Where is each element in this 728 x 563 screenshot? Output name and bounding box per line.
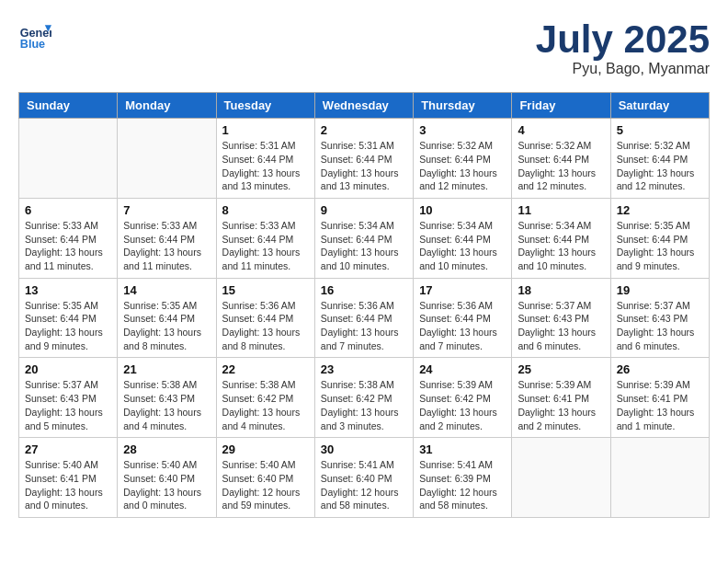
day-info: Sunrise: 5:33 AM Sunset: 6:44 PM Dayligh… [25,219,111,273]
day-info: Sunrise: 5:39 AM Sunset: 6:42 PM Dayligh… [419,378,506,432]
day-number: 23 [321,362,407,376]
calendar-cell [512,438,610,518]
calendar-week-2: 6Sunrise: 5:33 AM Sunset: 6:44 PM Daylig… [19,198,710,278]
title-block: July 2025 Pyu, Bago, Myanmar [536,18,710,77]
calendar-cell: 4Sunrise: 5:32 AM Sunset: 6:44 PM Daylig… [512,119,610,199]
weekday-header-saturday: Saturday [610,93,709,119]
calendar-cell: 15Sunrise: 5:36 AM Sunset: 6:44 PM Dayli… [216,278,314,358]
calendar-cell: 29Sunrise: 5:40 AM Sunset: 6:40 PM Dayli… [216,438,314,518]
calendar-cell: 25Sunrise: 5:39 AM Sunset: 6:41 PM Dayli… [512,358,610,438]
calendar-week-5: 27Sunrise: 5:40 AM Sunset: 6:41 PM Dayli… [19,438,710,518]
month-title: July 2025 [536,18,710,61]
day-info: Sunrise: 5:35 AM Sunset: 6:44 PM Dayligh… [617,219,703,273]
day-number: 14 [123,283,210,297]
day-info: Sunrise: 5:39 AM Sunset: 6:41 PM Dayligh… [518,378,604,432]
day-number: 26 [617,362,703,376]
day-info: Sunrise: 5:37 AM Sunset: 6:43 PM Dayligh… [518,299,604,353]
day-info: Sunrise: 5:36 AM Sunset: 6:44 PM Dayligh… [321,299,407,353]
day-number: 13 [25,283,111,297]
calendar-cell: 16Sunrise: 5:36 AM Sunset: 6:44 PM Dayli… [314,278,413,358]
day-number: 17 [419,283,506,297]
calendar-cell: 13Sunrise: 5:35 AM Sunset: 6:44 PM Dayli… [19,278,118,358]
day-info: Sunrise: 5:34 AM Sunset: 6:44 PM Dayligh… [518,219,604,273]
day-info: Sunrise: 5:40 AM Sunset: 6:40 PM Dayligh… [123,458,210,512]
day-number: 6 [25,203,111,217]
day-info: Sunrise: 5:40 AM Sunset: 6:41 PM Dayligh… [25,458,111,512]
calendar-cell: 1Sunrise: 5:31 AM Sunset: 6:44 PM Daylig… [216,119,314,199]
day-number: 8 [222,203,309,217]
logo: General Blue [18,18,51,52]
calendar-week-4: 20Sunrise: 5:37 AM Sunset: 6:43 PM Dayli… [19,358,710,438]
weekday-header-friday: Friday [512,93,610,119]
calendar-cell: 9Sunrise: 5:34 AM Sunset: 6:44 PM Daylig… [314,198,413,278]
calendar-cell: 17Sunrise: 5:36 AM Sunset: 6:44 PM Dayli… [414,278,512,358]
weekday-header-sunday: Sunday [19,93,118,119]
calendar-cell: 21Sunrise: 5:38 AM Sunset: 6:43 PM Dayli… [118,358,216,438]
day-number: 27 [25,442,111,456]
day-number: 10 [419,203,506,217]
calendar-week-1: 1Sunrise: 5:31 AM Sunset: 6:44 PM Daylig… [19,119,710,199]
day-info: Sunrise: 5:38 AM Sunset: 6:42 PM Dayligh… [222,378,309,432]
location-subtitle: Pyu, Bago, Myanmar [536,61,710,77]
calendar-cell: 2Sunrise: 5:31 AM Sunset: 6:44 PM Daylig… [314,119,413,199]
weekday-header-monday: Monday [118,93,216,119]
day-info: Sunrise: 5:37 AM Sunset: 6:43 PM Dayligh… [617,299,703,353]
day-number: 30 [321,442,407,456]
calendar-cell [610,438,709,518]
day-info: Sunrise: 5:41 AM Sunset: 6:40 PM Dayligh… [321,458,407,512]
calendar-cell: 26Sunrise: 5:39 AM Sunset: 6:41 PM Dayli… [610,358,709,438]
day-info: Sunrise: 5:33 AM Sunset: 6:44 PM Dayligh… [123,219,210,273]
day-number: 28 [123,442,210,456]
calendar-cell: 12Sunrise: 5:35 AM Sunset: 6:44 PM Dayli… [610,198,709,278]
day-number: 29 [222,442,309,456]
day-info: Sunrise: 5:34 AM Sunset: 6:44 PM Dayligh… [419,219,506,273]
day-info: Sunrise: 5:40 AM Sunset: 6:40 PM Dayligh… [222,458,309,512]
day-number: 18 [518,283,604,297]
weekday-header-row: SundayMondayTuesdayWednesdayThursdayFrid… [19,93,710,119]
day-info: Sunrise: 5:34 AM Sunset: 6:44 PM Dayligh… [321,219,407,273]
day-info: Sunrise: 5:33 AM Sunset: 6:44 PM Dayligh… [222,219,309,273]
svg-text:Blue: Blue [20,38,45,51]
calendar-cell: 18Sunrise: 5:37 AM Sunset: 6:43 PM Dayli… [512,278,610,358]
calendar-cell [19,119,118,199]
calendar-cell: 14Sunrise: 5:35 AM Sunset: 6:44 PM Dayli… [118,278,216,358]
logo-icon: General Blue [18,18,51,52]
day-number: 5 [617,123,703,137]
day-info: Sunrise: 5:36 AM Sunset: 6:44 PM Dayligh… [222,299,309,353]
day-info: Sunrise: 5:31 AM Sunset: 6:44 PM Dayligh… [222,139,309,193]
calendar-cell: 10Sunrise: 5:34 AM Sunset: 6:44 PM Dayli… [414,198,512,278]
day-number: 15 [222,283,309,297]
day-number: 7 [123,203,210,217]
day-info: Sunrise: 5:32 AM Sunset: 6:44 PM Dayligh… [419,139,506,193]
weekday-header-wednesday: Wednesday [314,93,413,119]
calendar-cell: 20Sunrise: 5:37 AM Sunset: 6:43 PM Dayli… [19,358,118,438]
day-info: Sunrise: 5:36 AM Sunset: 6:44 PM Dayligh… [419,299,506,353]
day-number: 2 [321,123,407,137]
day-number: 3 [419,123,506,137]
calendar-cell [118,119,216,199]
day-info: Sunrise: 5:38 AM Sunset: 6:42 PM Dayligh… [321,378,407,432]
calendar-cell: 3Sunrise: 5:32 AM Sunset: 6:44 PM Daylig… [414,119,512,199]
day-number: 31 [419,442,506,456]
calendar-week-3: 13Sunrise: 5:35 AM Sunset: 6:44 PM Dayli… [19,278,710,358]
calendar-table: SundayMondayTuesdayWednesdayThursdayFrid… [18,92,710,518]
day-info: Sunrise: 5:31 AM Sunset: 6:44 PM Dayligh… [321,139,407,193]
day-number: 20 [25,362,111,376]
weekday-header-thursday: Thursday [414,93,512,119]
day-number: 1 [222,123,309,137]
day-number: 25 [518,362,604,376]
calendar-cell: 27Sunrise: 5:40 AM Sunset: 6:41 PM Dayli… [19,438,118,518]
day-number: 19 [617,283,703,297]
day-number: 11 [518,203,604,217]
calendar-cell: 31Sunrise: 5:41 AM Sunset: 6:39 PM Dayli… [414,438,512,518]
calendar-cell: 28Sunrise: 5:40 AM Sunset: 6:40 PM Dayli… [118,438,216,518]
calendar-cell: 5Sunrise: 5:32 AM Sunset: 6:44 PM Daylig… [610,119,709,199]
day-number: 22 [222,362,309,376]
day-info: Sunrise: 5:35 AM Sunset: 6:44 PM Dayligh… [25,299,111,353]
calendar-cell: 23Sunrise: 5:38 AM Sunset: 6:42 PM Dayli… [314,358,413,438]
day-info: Sunrise: 5:39 AM Sunset: 6:41 PM Dayligh… [617,378,703,432]
day-info: Sunrise: 5:38 AM Sunset: 6:43 PM Dayligh… [123,378,210,432]
day-info: Sunrise: 5:32 AM Sunset: 6:44 PM Dayligh… [617,139,703,193]
calendar-cell: 7Sunrise: 5:33 AM Sunset: 6:44 PM Daylig… [118,198,216,278]
calendar-cell: 30Sunrise: 5:41 AM Sunset: 6:40 PM Dayli… [314,438,413,518]
